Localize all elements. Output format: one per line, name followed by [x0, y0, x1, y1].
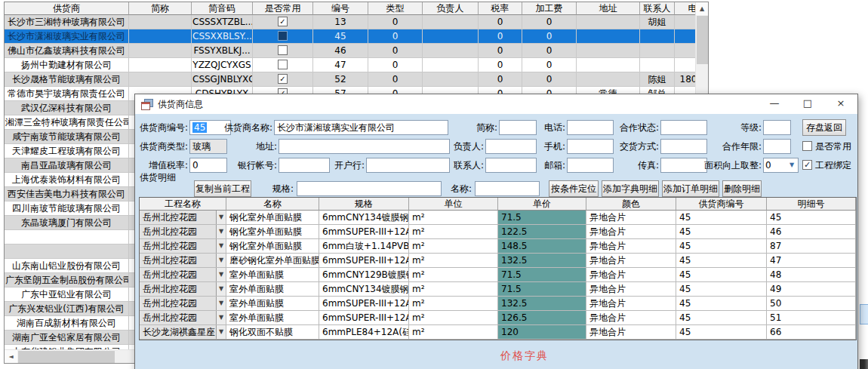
manager-input[interactable] [485, 139, 537, 154]
price-cell[interactable]: 120 [498, 325, 586, 340]
detail-row[interactable]: 长沙龙湖祺鑫星座▼钢化双面不贴膜6mmPLE84+12A(硅酮胶...m²120… [140, 325, 856, 340]
column-header[interactable]: 加工费 [522, 2, 577, 15]
chevron-down-icon[interactable]: ▼ [216, 282, 226, 296]
common-checkbox-cell[interactable] [253, 44, 313, 58]
detail-column-header[interactable]: 工程名称 [140, 198, 226, 211]
column-header[interactable]: 编号 [313, 2, 368, 15]
area-round-up-select[interactable]: 0▼ [763, 158, 799, 173]
common-use-checkbox[interactable]: ✓ [278, 17, 288, 26]
scroll-left-icon[interactable]: ◄ [5, 350, 17, 363]
project-bind-checkbox[interactable]: ✓ [802, 160, 812, 170]
column-header[interactable]: 联系人 [640, 2, 675, 15]
bank-account-input[interactable] [279, 158, 330, 173]
price-cell[interactable]: 148.5 [498, 239, 586, 254]
common-checkbox-cell[interactable]: ✓ [253, 15, 313, 29]
project-combo-cell[interactable]: 岳州北控花园▼ [140, 211, 226, 225]
project-combo-cell[interactable]: 岳州北控花园▼ [140, 282, 226, 297]
bank-name-input[interactable] [366, 158, 450, 173]
common-use-checkbox[interactable] [278, 45, 288, 55]
spec-filter-input[interactable] [297, 181, 442, 196]
detail-column-header[interactable]: 单价 [498, 198, 586, 211]
coop-years-input[interactable] [763, 139, 791, 154]
address-input[interactable] [279, 139, 450, 154]
chevron-down-icon[interactable]: ▼ [216, 325, 226, 339]
dialog-titlebar[interactable]: 供货商信息 — □ × [135, 94, 857, 114]
name-filter-input[interactable] [475, 181, 540, 196]
detail-row[interactable]: 岳州北控花园▼室外单面贴膜6mmCNY134镀膜钢化m²71.5异地合片4549 [140, 282, 856, 297]
supplier-row[interactable]: 长沙晟格节能玻璃有限公司CSSGJNBLYXGS✓52000陈姐180751 [5, 72, 697, 87]
chevron-down-icon[interactable]: ▼ [216, 211, 226, 224]
column-header[interactable]: 简音码 [192, 2, 253, 15]
detail-row[interactable]: 岳州北控花园▼钢化室外单面贴膜6mm白玻+1.14PVB+6mm...m²148… [140, 239, 856, 254]
column-header[interactable]: 供货商 [5, 2, 129, 15]
supplier-row[interactable]: 长沙市潇湘玻璃实业有限公司CSSXXBLSY...45000 [5, 29, 697, 44]
detail-row[interactable]: 岳州北控花园▼钢化室外单面贴膜6mmCNY134镀膜钢化m²71.5异地合片45… [140, 211, 856, 225]
minimize-button[interactable]: — [758, 94, 791, 114]
project-combo-cell[interactable]: 岳州北控花园▼ [140, 297, 226, 311]
detail-row[interactable]: 岳州北控花园▼室外单面贴膜6mmSUPER-III+12A(硅...m²126.… [140, 311, 856, 325]
detail-column-header[interactable]: 明细号 [767, 198, 856, 211]
chevron-down-icon[interactable]: ▼ [216, 254, 226, 267]
detail-row[interactable]: 岳州北控花园▼室外单面贴膜6mmSUPER-III+12A(...m²132.5… [140, 297, 856, 311]
price-cell[interactable]: 71.5 [498, 211, 586, 225]
column-header[interactable]: 负责人 [423, 2, 479, 15]
detail-row[interactable]: 岳州北控花园▼磨砂钢化室外单面贴膜6mmSUPER-III+12A(硅...m²… [140, 254, 856, 268]
scroll-up-icon[interactable]: ▲ [696, 2, 708, 15]
contact-input[interactable] [485, 158, 537, 173]
price-cell[interactable]: 71.5 [498, 282, 586, 297]
column-header[interactable]: 地址 [577, 2, 640, 15]
column-header[interactable]: 电话 [675, 2, 697, 15]
detail-row[interactable]: 岳州北控花园▼钢化室外单面贴膜6mmSUPER-III+12A(硅...m²12… [140, 225, 856, 239]
horizontal-scrollbar-thumb[interactable] [18, 351, 115, 363]
supplier-name-input[interactable] [274, 120, 448, 135]
column-header[interactable]: 税率 [479, 2, 522, 15]
save-return-button[interactable]: 存盘返回 [802, 119, 846, 136]
project-combo-cell[interactable]: 岳州北控花园▼ [140, 225, 226, 239]
detail-column-header[interactable]: 单位 [409, 198, 498, 211]
mobile-input[interactable] [567, 139, 614, 154]
close-icon[interactable]: × [824, 94, 857, 114]
project-combo-cell[interactable]: 岳州北控花园▼ [140, 239, 226, 254]
vat-rate-input[interactable] [189, 158, 227, 173]
chevron-down-icon[interactable]: ▼ [216, 225, 226, 238]
price-cell[interactable]: 132.5 [498, 297, 586, 311]
chevron-down-icon[interactable]: ▼ [216, 239, 226, 253]
maximize-button[interactable]: □ [791, 94, 824, 114]
delivery-method-input[interactable] [660, 139, 707, 154]
common-use-checkbox[interactable] [278, 31, 288, 41]
add-dictionary-detail-button[interactable]: 添加字典明细 [602, 180, 659, 197]
detail-column-header[interactable]: 规格 [319, 198, 409, 211]
supplier-type-input[interactable] [189, 139, 227, 154]
email-input[interactable] [567, 158, 614, 173]
add-order-detail-button[interactable]: 添加订单明细 [662, 180, 719, 197]
price-cell[interactable]: 71.5 [498, 268, 586, 282]
coop-status-input[interactable] [660, 120, 707, 135]
common-use-checkbox[interactable] [278, 60, 288, 69]
phone-input[interactable] [567, 120, 614, 135]
detail-column-header[interactable]: 名称 [226, 198, 319, 211]
grade-input[interactable] [763, 120, 791, 135]
delete-detail-button[interactable]: 删除明细 [722, 180, 762, 197]
supplier-row[interactable]: 佛山市亿鑫玻璃科技有限公司FSSYXBLKJ...46000 [5, 44, 697, 58]
locate-by-condition-button[interactable]: 按条件定位 [549, 180, 599, 197]
column-header[interactable]: 简称 [129, 2, 192, 15]
project-combo-cell[interactable]: 岳州北控花园▼ [140, 254, 226, 268]
supplier-row[interactable]: 长沙市三湘特种玻璃有限公司CSSSXTZBL...✓13000胡姐 [5, 15, 697, 29]
vertical-scrollbar-thumb[interactable] [697, 16, 708, 64]
column-header[interactable]: 类型 [368, 2, 423, 15]
common-checkbox-cell[interactable]: ✓ [253, 72, 313, 87]
detail-column-header[interactable]: 颜色 [586, 198, 676, 211]
column-header[interactable]: 是否常用 [253, 2, 313, 15]
supplier-row[interactable]: 扬州中勤建材有限公司YZZQJCYXGS47000 [5, 58, 697, 72]
project-combo-cell[interactable]: 长沙龙湖祺鑫星座▼ [140, 325, 226, 340]
detail-row[interactable]: 岳州北控花园▼室外单面贴膜6mmCNY129B镀膜钢化m²71.5异地合片454… [140, 268, 856, 282]
common-use-checkbox[interactable]: ✓ [278, 74, 288, 84]
is-common-checkbox[interactable] [802, 141, 812, 151]
price-cell[interactable]: 132.5 [498, 254, 586, 268]
common-checkbox-cell[interactable] [253, 29, 313, 44]
chevron-down-icon[interactable]: ▼ [216, 268, 226, 281]
common-checkbox-cell[interactable] [253, 58, 313, 72]
price-cell[interactable]: 126.5 [498, 311, 586, 325]
project-combo-cell[interactable]: 岳州北控花园▼ [140, 268, 226, 282]
detail-column-header[interactable]: 供货商编号 [676, 198, 767, 211]
